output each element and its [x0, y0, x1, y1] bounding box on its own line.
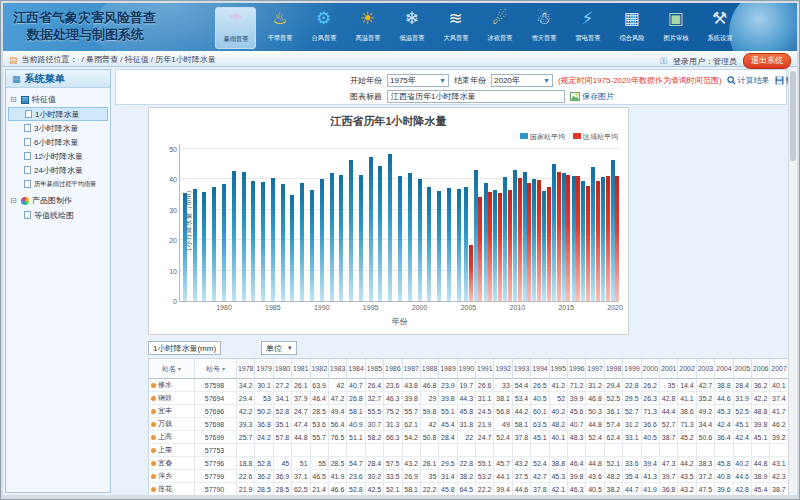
column-header-1987[interactable]: 1987	[403, 359, 421, 379]
column-header-1989[interactable]: 1989	[439, 359, 457, 379]
start-year-select[interactable]: 1975年▼	[387, 74, 449, 87]
end-year-select[interactable]: 2020年▼	[491, 74, 553, 87]
value-cell: 56.8	[494, 405, 512, 418]
vscroll-thumb[interactable]	[790, 71, 796, 161]
value-cell: 41.9	[642, 483, 660, 495]
column-header-1998[interactable]: 1998	[605, 359, 623, 379]
column-header-1983[interactable]: 1983	[329, 359, 347, 379]
station-name-cell[interactable]: 莲花	[149, 483, 195, 495]
value-cell: 37.9	[292, 392, 310, 405]
column-header-name[interactable]: 站名▾	[149, 359, 195, 379]
sidebar-item-6小时降水量[interactable]: 6小时降水量	[8, 135, 108, 149]
column-header-1999[interactable]: 1999	[623, 359, 641, 379]
nav-item-snow[interactable]: ☃雪灾普查	[523, 7, 564, 49]
nav-item-typhoon[interactable]: ⚙台风普查	[303, 7, 344, 49]
sidebar-item-24小时降水量[interactable]: 24小时降水量	[8, 163, 108, 177]
nav-item-cold[interactable]: ❄低温普查	[391, 7, 432, 49]
logout-button[interactable]: 退出系统	[743, 53, 791, 69]
station-name-cell[interactable]: 上高	[149, 431, 195, 444]
column-header-2005[interactable]: 2005	[734, 359, 752, 379]
column-header-1996[interactable]: 1996	[568, 359, 586, 379]
column-header-1986[interactable]: 1986	[384, 359, 402, 379]
column-header-2006[interactable]: 2006	[752, 359, 770, 379]
column-header-1992[interactable]: 1992	[494, 359, 512, 379]
column-header-2003[interactable]: 2003	[697, 359, 715, 379]
tree-group-2[interactable]: ⊟产品图制作	[8, 193, 108, 208]
nav-item-label: 冰雹普查	[487, 34, 512, 43]
column-header-1985[interactable]: 1985	[366, 359, 384, 379]
nav-item-rain[interactable]: ☂暴雨普查	[215, 7, 256, 49]
sidebar-item-3小时降水量[interactable]: 3小时降水量	[8, 121, 108, 135]
legend-swatch	[520, 133, 528, 139]
measure-select[interactable]: 1小时降水量(mm)	[148, 341, 221, 355]
column-header-1980[interactable]: 1980	[274, 359, 292, 379]
nav-item-drought[interactable]: ♨干旱普查	[259, 7, 300, 49]
column-header-1991[interactable]: 1991	[476, 359, 494, 379]
station-name-cell[interactable]: 万载	[149, 418, 195, 431]
station-name-cell[interactable]: 宜春	[149, 457, 195, 470]
expander-icon[interactable]: ⊟	[10, 196, 18, 205]
column-header-2002[interactable]: 2002	[678, 359, 696, 379]
chevron-down-icon: ▼	[439, 77, 446, 84]
sidebar-item-1小时降水量[interactable]: 1小时降水量	[8, 107, 108, 121]
sort-arrow-icon[interactable]: ▾	[178, 365, 181, 372]
column-header-1988[interactable]: 1988	[421, 359, 439, 379]
column-header-id[interactable]: 站号▾	[195, 359, 237, 379]
nav-item-heat[interactable]: ☀高温普查	[347, 7, 388, 49]
calculate-button[interactable]: 计算结果	[727, 75, 770, 86]
column-header-2007[interactable]: 2007	[770, 359, 788, 379]
value-cell: 57.8	[274, 431, 292, 444]
column-header-1981[interactable]: 1981	[292, 359, 310, 379]
value-cell: 28.5	[274, 483, 292, 495]
value-cell: 42.8	[734, 483, 752, 495]
breadcrumb-path[interactable]: / 暴雨普查 / 特征值 / 历年1小时降水量	[82, 54, 216, 65]
value-cell	[734, 444, 752, 457]
save-image-button[interactable]: 保存图片	[570, 91, 614, 102]
column-header-1982[interactable]: 1982	[311, 359, 329, 379]
sidebar-item-等值线绘图[interactable]: 等值线绘图	[8, 208, 108, 222]
column-header-1979[interactable]: 1979	[255, 359, 273, 379]
column-header-1978[interactable]: 1978	[237, 359, 255, 379]
value-cell: 26.6	[476, 379, 494, 392]
unit-select[interactable]: 单位▾	[261, 341, 297, 355]
column-header-2004[interactable]: 2004	[715, 359, 733, 379]
sidebar-item-历年暴雨过程平均雨量[interactable]: 历年暴雨过程平均雨量	[8, 177, 108, 191]
station-name-cell[interactable]: 铜鼓	[149, 392, 195, 405]
column-header-2000[interactable]: 2000	[642, 359, 660, 379]
column-header-1997[interactable]: 1997	[586, 359, 604, 379]
nav-item-hail[interactable]: ☄冰雹普查	[479, 7, 520, 49]
column-header-1995[interactable]: 1995	[550, 359, 568, 379]
x-tick-label: 1980	[212, 304, 236, 311]
column-header-1994[interactable]: 1994	[531, 359, 549, 379]
station-name-cell[interactable]: 萍乡	[149, 470, 195, 483]
value-cell: 24.5	[476, 405, 494, 418]
value-cell: 49.2	[697, 405, 715, 418]
sidebar-item-12小时降水量[interactable]: 12小时降水量	[8, 149, 108, 163]
value-cell: 48.2	[550, 418, 568, 431]
value-cell: 38.2	[458, 470, 476, 483]
value-cell: 35.2	[697, 392, 715, 405]
station-name-cell[interactable]: 宜丰	[149, 405, 195, 418]
column-header-2001[interactable]: 2001	[660, 359, 678, 379]
chart-title-input[interactable]	[387, 90, 565, 103]
expander-icon[interactable]: ⊟	[10, 95, 18, 104]
nav-item-settings[interactable]: ⚒系统设置	[699, 7, 740, 49]
value-cell: 54.7	[347, 457, 365, 470]
station-name-cell[interactable]: 修水	[149, 379, 195, 392]
station-id-cell: 57799	[195, 470, 237, 483]
nav-item-lightning[interactable]: ⚡雷电普查	[567, 7, 608, 49]
nav-item-calculator[interactable]: ▦综合风险	[611, 7, 652, 49]
station-name-cell[interactable]: 上栗	[149, 444, 195, 457]
column-header-1993[interactable]: 1993	[513, 359, 531, 379]
value-cell	[660, 444, 678, 457]
rain-icon: ☂	[228, 8, 243, 34]
nav-item-review[interactable]: ▣图片审核	[655, 7, 696, 49]
nav-item-wind[interactable]: ≋大风普查	[435, 7, 476, 49]
sort-arrow-icon[interactable]: ▾	[222, 365, 225, 372]
tree-group-1[interactable]: ⊟特征值	[8, 92, 108, 107]
column-header-1984[interactable]: 1984	[347, 359, 365, 379]
bar-regional-2006	[478, 197, 482, 301]
column-header-1990[interactable]: 1990	[458, 359, 476, 379]
app-window: 江西省气象灾害风险普查 数据处理与制图系统 ☂暴雨普查♨干旱普查⚙台风普查☀高温…	[3, 3, 797, 495]
vertical-scrollbar[interactable]	[788, 69, 797, 493]
